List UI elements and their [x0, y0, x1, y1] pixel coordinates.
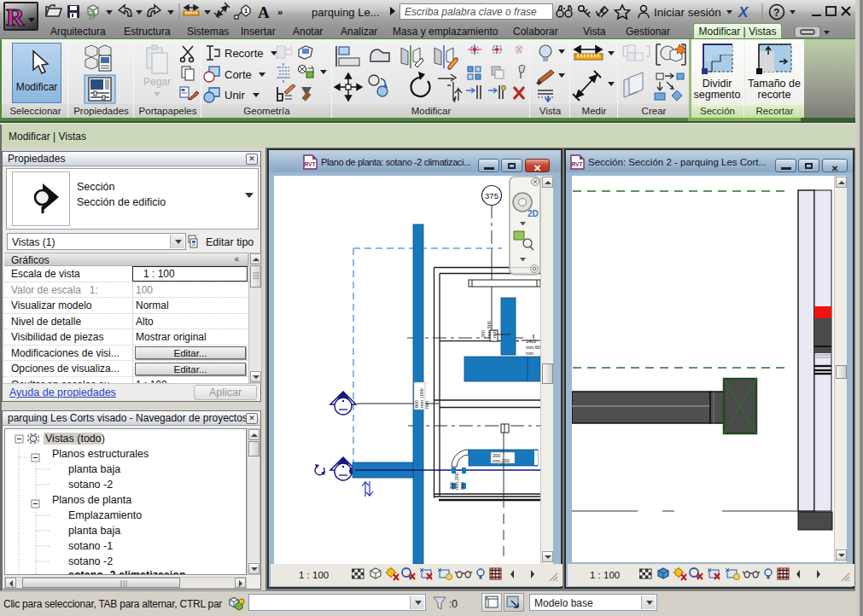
svg-text:parquing Le...: parquing Le... — [312, 6, 380, 19]
svg-text:mm: mm — [492, 329, 497, 338]
svg-text:375: 375 — [485, 191, 499, 200]
svg-text:planta baja: planta baja — [68, 463, 120, 475]
svg-text:mm.200: mm.200 — [493, 458, 510, 463]
svg-text:1400: 1400 — [526, 339, 536, 344]
svg-text:RVT: RVT — [572, 161, 583, 167]
svg-text:?: ? — [773, 7, 779, 19]
svg-text:sotano -2: sotano -2 — [68, 479, 113, 491]
svg-text:Dividir: Dividir — [703, 78, 732, 90]
svg-text:sotano -2 climatizacion: sotano -2 climatizacion — [68, 569, 186, 575]
svg-text:Emplazamiento: Emplazamiento — [68, 509, 142, 521]
svg-text:planta baja: planta baja — [68, 525, 120, 537]
svg-text:Modificar: Modificar — [16, 81, 58, 93]
svg-text:mm: mm — [526, 351, 534, 356]
svg-text:A: A — [258, 3, 270, 21]
svg-text:Planos estructurales: Planos estructurales — [52, 448, 149, 460]
svg-text:mm: mm — [424, 400, 429, 409]
svg-text:Planos de planta: Planos de planta — [52, 494, 131, 506]
svg-text:Iniciar sesión: Iniciar sesión — [654, 6, 721, 19]
svg-text:X: X — [738, 4, 749, 20]
svg-text:1: 1 — [244, 7, 248, 15]
svg-text:recorte: recorte — [758, 89, 791, 101]
svg-text:sotano -2: sotano -2 — [68, 555, 113, 567]
svg-text:Tamaño de: Tamaño de — [748, 78, 801, 90]
svg-text:R: R — [6, 3, 25, 29]
svg-text:sotano -1: sotano -1 — [68, 540, 113, 552]
svg-text:Pegar: Pegar — [143, 76, 171, 88]
svg-text:mm.600: mm.600 — [526, 345, 540, 350]
svg-text:»: » — [277, 7, 283, 17]
svg-text:Vistas (todo): Vistas (todo) — [45, 433, 105, 445]
svg-text::0: :0 — [449, 598, 458, 610]
svg-text:200: 200 — [481, 330, 486, 338]
svg-text:Unir: Unir — [224, 89, 246, 102]
svg-text:Recorte: Recorte — [224, 47, 264, 60]
svg-text:segmento: segmento — [694, 89, 741, 101]
svg-text:2D: 2D — [528, 209, 539, 218]
svg-text:mm: mm — [459, 481, 464, 490]
svg-text:Corte: Corte — [224, 68, 252, 81]
svg-text:RVT: RVT — [305, 161, 316, 167]
